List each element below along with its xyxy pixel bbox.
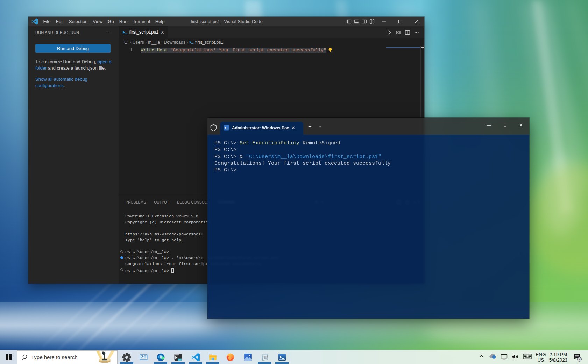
svg-text:2: 2: [578, 357, 580, 362]
